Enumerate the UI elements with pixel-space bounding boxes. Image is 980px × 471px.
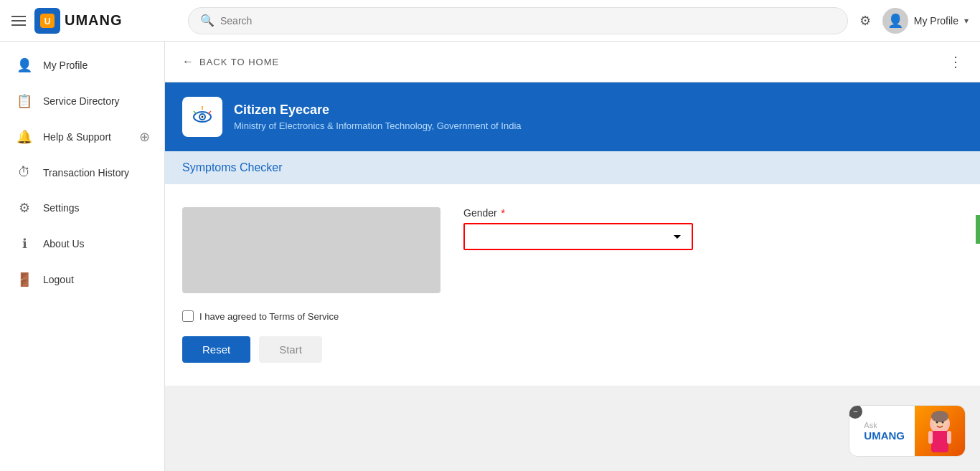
logo-text: UMANG — [65, 12, 123, 29]
search-icon: 🔍 — [200, 14, 215, 27]
sidebar-item-about-us[interactable]: ℹ About Us — [0, 226, 164, 262]
symptoms-section: Symptoms Checker Gender * Male Female Ot… — [165, 151, 980, 386]
header: U UMANG 🔍 ⚙ 👤 My Profile ▾ — [0, 0, 980, 42]
back-arrow-icon[interactable]: ← — [182, 55, 194, 68]
profile-section[interactable]: 👤 My Profile ▾ — [882, 8, 969, 34]
ask-label: Ask — [864, 421, 905, 429]
sidebar-item-logout[interactable]: 🚪 Logout — [0, 262, 164, 298]
chevron-down-icon: ▾ — [964, 16, 969, 26]
umang-bot-avatar-svg — [918, 409, 961, 456]
svg-rect-16 — [928, 431, 933, 444]
ask-umang-avatar — [915, 406, 965, 456]
form-fields: Gender * Male Female Other — [463, 207, 963, 250]
plus-icon: ⊕ — [139, 129, 150, 145]
svg-point-13 — [931, 411, 948, 422]
service-subtitle: Ministry of Electronics & Information Te… — [234, 120, 522, 131]
back-bar: ← BACK TO HOME ⋮ — [165, 42, 980, 82]
ask-umang-text: Ask UMANG — [849, 414, 915, 449]
help-support-icon: 🔔 — [14, 129, 34, 145]
form-area: Gender * Male Female Other I have agreed — [165, 184, 980, 386]
gender-select[interactable]: Male Female Other — [463, 223, 693, 250]
transaction-history-icon: ⏱ — [14, 165, 34, 180]
terms-checkbox[interactable] — [182, 310, 194, 322]
avatar: 👤 — [882, 8, 908, 34]
svg-point-6 — [202, 116, 204, 118]
gender-field-label: Gender * — [463, 207, 963, 219]
sidebar-item-label: Settings — [43, 202, 150, 214]
service-directory-icon: 📋 — [14, 93, 34, 109]
search-bar[interactable]: 🔍 — [188, 7, 848, 34]
sidebar-item-help-support[interactable]: 🔔 Help & Support ⊕ — [0, 119, 164, 155]
sidebar-item-label: Transaction History — [43, 167, 150, 179]
sidebar-item-label: My Profile — [43, 60, 150, 71]
sidebar-item-label: About Us — [43, 238, 150, 249]
terms-label: I have agreed to Terms of Service — [199, 311, 339, 322]
button-row: Reset Start — [182, 336, 963, 363]
main-layout: 👤 My Profile 📋 Service Directory 🔔 Help … — [0, 42, 980, 471]
svg-rect-17 — [947, 431, 951, 444]
logo-container: U UMANG — [34, 8, 123, 34]
start-button[interactable]: Start — [259, 336, 322, 363]
header-left: U UMANG — [11, 8, 176, 34]
umang-logo-svg: U — [39, 12, 56, 29]
service-info: Citizen Eyecare Ministry of Electronics … — [234, 103, 522, 131]
my-profile-icon: 👤 — [14, 57, 34, 73]
service-header: Citizen Eyecare Ministry of Electronics … — [165, 82, 980, 151]
filter-icon[interactable]: ⚙ — [859, 13, 871, 29]
umang-title: UMANG — [864, 429, 905, 442]
sidebar-item-label: Help & Support — [43, 131, 139, 143]
sidebar-item-settings[interactable]: ⚙ Settings — [0, 190, 164, 226]
logo-box: U — [34, 8, 60, 34]
service-logo — [182, 97, 222, 137]
settings-icon: ⚙ — [14, 200, 34, 216]
sidebar: 👤 My Profile 📋 Service Directory 🔔 Help … — [0, 42, 165, 471]
required-star: * — [499, 207, 505, 219]
svg-rect-11 — [931, 431, 948, 452]
terms-checkbox-row: I have agreed to Terms of Service — [182, 310, 963, 322]
back-text[interactable]: BACK TO HOME — [199, 57, 279, 67]
search-input[interactable] — [220, 15, 836, 27]
symptoms-checker-title: Symptoms Checker — [182, 161, 283, 173]
more-options-icon[interactable]: ⋮ — [948, 53, 963, 70]
svg-point-15 — [942, 422, 944, 424]
profile-name: My Profile — [914, 15, 958, 27]
sidebar-item-my-profile[interactable]: 👤 My Profile — [0, 47, 164, 83]
svg-point-14 — [936, 422, 938, 424]
form-image-placeholder — [182, 207, 440, 293]
ask-umang-widget[interactable]: − Ask UMANG — [849, 405, 966, 457]
header-right: ⚙ 👤 My Profile ▾ — [859, 8, 969, 34]
reset-button[interactable]: Reset — [182, 336, 250, 363]
sidebar-item-transaction-history[interactable]: ⏱ Transaction History — [0, 155, 164, 190]
logout-icon: 🚪 — [14, 272, 34, 287]
sidebar-item-label: Logout — [43, 274, 150, 285]
sidebar-item-label: Service Directory — [43, 95, 150, 107]
form-row: Gender * Male Female Other — [182, 207, 963, 293]
citizen-eyecare-logo — [188, 103, 217, 131]
symptoms-checker-header: Symptoms Checker — [165, 151, 980, 184]
svg-text:U: U — [44, 16, 51, 27]
about-us-icon: ℹ — [14, 236, 34, 252]
green-accent-bar — [976, 215, 980, 244]
hamburger-menu-icon[interactable] — [11, 16, 26, 26]
ask-umang-container[interactable]: − Ask UMANG — [849, 405, 966, 457]
service-name: Citizen Eyecare — [234, 103, 522, 118]
sidebar-item-service-directory[interactable]: 📋 Service Directory — [0, 83, 164, 119]
